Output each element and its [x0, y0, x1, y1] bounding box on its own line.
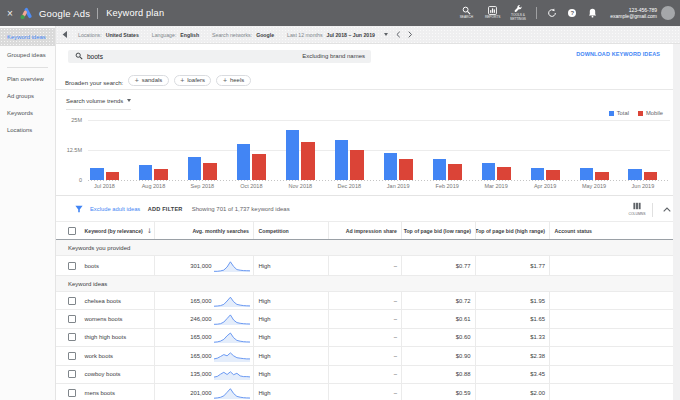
row-checkbox[interactable] [68, 370, 76, 378]
row-checkbox[interactable] [68, 389, 76, 397]
sparkline [214, 260, 250, 272]
bar-total-Aug-2018[interactable] [139, 165, 153, 180]
sidebar-item-keywords[interactable]: Keywords [0, 105, 55, 122]
topbar-tools[interactable]: TOOLS & SETTINGS [505, 4, 531, 21]
broaden-chip-heels[interactable]: +heels [216, 75, 250, 87]
context-filter-label: Language: [152, 32, 177, 38]
collapse-chevron-icon[interactable] [663, 207, 671, 212]
bar-total-Nov-2018[interactable] [286, 130, 300, 180]
row-checkbox[interactable] [68, 352, 76, 360]
col-header-high[interactable]: Top of page bid (high range) [475, 222, 549, 239]
cell-bid-high: $2.38 [475, 347, 549, 364]
keyword-search-input[interactable]: boots Excluding brand names [68, 50, 371, 63]
row-checkbox[interactable] [68, 333, 76, 341]
bar-total-Sep-2018[interactable] [188, 157, 202, 180]
search-row: boots Excluding brand names DOWNLOAD KEY… [56, 44, 680, 66]
cell-competition: High [253, 310, 328, 327]
search-note: Excluding brand names [302, 53, 365, 59]
plus-icon: + [223, 77, 227, 84]
bar-total-Jul-2018[interactable] [90, 168, 104, 180]
bar-total-Jun-2019[interactable] [628, 169, 642, 180]
col-header-low[interactable]: Top of page bid (low range) [401, 222, 475, 239]
close-icon[interactable]: × [2, 8, 18, 19]
sidebar-item-keyword-ideas[interactable]: Keyword ideas [0, 28, 55, 46]
bar-total-Jan-2019[interactable] [384, 153, 398, 180]
cell-bid-low: $0.77 [401, 256, 475, 275]
bar-mobile-Jan-2019[interactable] [399, 159, 413, 180]
chart-xtick-label: Sep 2018 [182, 183, 222, 189]
row-checkbox[interactable] [68, 297, 76, 305]
col-header-impr[interactable]: Ad impression share [328, 222, 401, 239]
bar-total-Oct-2018[interactable] [237, 144, 251, 180]
bar-total-Apr-2019[interactable] [531, 168, 545, 180]
columns-button[interactable]: COLUMNS [627, 202, 647, 216]
showing-count: Showing 701 of 1,737 keyword ideas [192, 206, 290, 212]
bar-mobile-Apr-2019[interactable] [546, 170, 560, 180]
sidebar-item-plan-overview[interactable]: Plan overview [0, 71, 55, 88]
broaden-chip-sandals[interactable]: +sandals [128, 75, 168, 87]
sidebar: Keyword ideasGrouped ideasPlan overviewA… [0, 26, 56, 400]
date-next-icon[interactable] [408, 31, 413, 38]
bar-total-Feb-2019[interactable] [433, 159, 447, 180]
bar-mobile-Nov-2018[interactable] [301, 142, 315, 180]
chart-gridline [88, 180, 670, 181]
table-row-work-boots: work boots165,000High–$0.90$2.38 [56, 347, 680, 365]
exclude-adult-ideas-filter[interactable]: Exclude adult ideas [90, 206, 140, 212]
help-button[interactable]: ? [562, 9, 582, 17]
broaden-chip-loafers[interactable]: +loafers [174, 75, 212, 87]
add-filter-button[interactable]: ADD FILTER [148, 206, 183, 212]
bar-mobile-Dec-2018[interactable] [350, 150, 364, 180]
sidebar-item-ad-groups[interactable]: Ad groups [0, 88, 55, 105]
chart-xtick-label: Nov 2018 [280, 183, 320, 189]
date-prev-icon[interactable] [396, 31, 401, 38]
account-info[interactable]: 123-456-789 example@gmail.com [610, 7, 657, 19]
bar-total-Dec-2018[interactable] [335, 140, 349, 180]
notifications-button[interactable] [582, 8, 602, 18]
date-range-value[interactable]: Jul 2018 – Jun 2019 [327, 32, 375, 38]
bar-mobile-Mar-2019[interactable] [497, 167, 511, 180]
chart-title-underline [66, 109, 131, 110]
row-checkbox[interactable] [68, 315, 76, 323]
col-header-competition[interactable]: Competition [253, 222, 328, 239]
topbar-search[interactable]: SEARCH [453, 6, 479, 20]
avatar[interactable] [661, 6, 675, 20]
col-header-keyword[interactable]: Keyword (by relevance) [85, 228, 143, 234]
filter-vertical-separator [652, 203, 653, 217]
sidebar-item-locations[interactable]: Locations [0, 122, 55, 139]
table-row-thigh-high-boots: thigh high boots165,000High–$0.60$1.33 [56, 329, 680, 347]
topbar-tools-label: TOOLS & SETTINGS [510, 14, 526, 20]
back-icon[interactable] [62, 31, 67, 38]
col-header-status[interactable]: Account status [549, 222, 673, 239]
bar-mobile-Jun-2019[interactable] [644, 172, 658, 180]
cell-keyword: boots [85, 263, 99, 269]
context-filter-value: English [180, 32, 199, 38]
bar-mobile-Oct-2018[interactable] [252, 154, 266, 180]
refresh-button[interactable] [542, 8, 562, 18]
sidebar-item-grouped-ideas[interactable]: Grouped ideas [0, 46, 55, 64]
context-networks[interactable]: Search networks:Google [212, 32, 274, 38]
bar-mobile-May-2019[interactable] [595, 172, 609, 180]
chart-title[interactable]: Search volume trends [66, 98, 131, 104]
sparkline [214, 295, 250, 307]
bar-mobile-Sep-2018[interactable] [203, 163, 217, 180]
cell-competition: High [253, 347, 328, 364]
legend-label-mobile: Mobile [646, 110, 663, 116]
date-caret-icon[interactable] [384, 33, 388, 36]
context-filter-value: Google [256, 32, 274, 38]
context-locations[interactable]: Locations:United States [78, 32, 139, 38]
row-checkbox[interactable] [68, 262, 76, 270]
bar-mobile-Jul-2018[interactable] [106, 172, 120, 180]
select-all-checkbox[interactable] [68, 227, 76, 235]
cell-account-status [549, 329, 673, 346]
bar-mobile-Feb-2019[interactable] [448, 164, 462, 180]
cell-impression-share: – [328, 347, 401, 364]
download-keyword-ideas-link[interactable]: DOWNLOAD KEYWORD IDEAS [576, 51, 660, 57]
topbar-separator [97, 8, 98, 19]
bar-mobile-Aug-2018[interactable] [154, 169, 168, 180]
topbar-reports[interactable]: REPORTS [479, 6, 505, 20]
bar-total-May-2019[interactable] [580, 168, 594, 180]
col-header-searches[interactable]: Avg. monthly searches [154, 222, 253, 239]
context-language[interactable]: Language:English [152, 32, 199, 38]
bar-total-Mar-2019[interactable] [482, 163, 496, 180]
chart-xtick-label: May 2019 [574, 183, 614, 189]
